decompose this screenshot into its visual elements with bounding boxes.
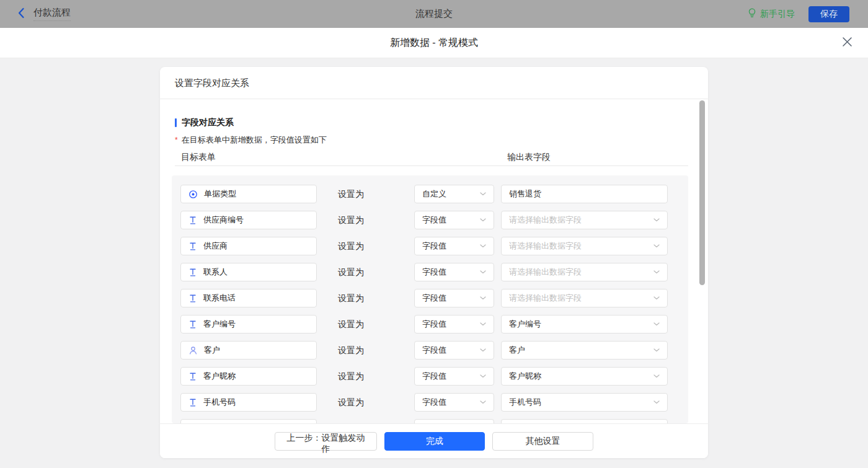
- section-note: * 在目标表单中新增数据，字段值设置如下: [175, 135, 327, 146]
- mode-select[interactable]: 字段值: [414, 263, 494, 281]
- set-as-label: 设置为: [338, 237, 364, 255]
- target-field[interactable]: 单据类型: [180, 185, 317, 203]
- mode-select-value: 字段值: [422, 214, 446, 226]
- output-value: 客户编号: [509, 319, 541, 330]
- flow-name[interactable]: 付款流程: [33, 7, 71, 21]
- output-select[interactable]: 客户编号: [501, 315, 668, 333]
- back-button[interactable]: [17, 7, 25, 21]
- mode-select[interactable]: 字段值: [414, 237, 494, 255]
- chevron-down-icon: [480, 374, 486, 378]
- set-as-label: 设置为: [338, 341, 364, 360]
- target-field[interactable]: 客户: [180, 341, 317, 360]
- mode-select[interactable]: [414, 419, 494, 423]
- mode-select[interactable]: 字段值: [414, 289, 494, 307]
- mode-select-value: 字段值: [422, 319, 446, 330]
- mapping-row: 手机号码设置为字段值手机号码: [172, 393, 688, 412]
- set-as-label: 设置为: [338, 263, 364, 281]
- output-select[interactable]: 请选择输出数据字段: [501, 289, 668, 307]
- output-select[interactable]: 请选择输出数据字段: [501, 263, 668, 281]
- target-field[interactable]: 供应商: [180, 237, 317, 255]
- card-header: 设置字段对应关系: [160, 67, 708, 99]
- mapping-row: 供应商设置为字段值请选择输出数据字段: [172, 237, 688, 255]
- done-button[interactable]: 完成: [384, 432, 485, 451]
- mapping-row: 客户设置为字段值客户: [172, 341, 688, 360]
- target-field[interactable]: 联系电话: [180, 289, 317, 307]
- set-as-label: 设置为: [338, 289, 364, 307]
- output-select[interactable]: 手机号码: [501, 393, 668, 412]
- output-value: 请选择输出数据字段: [509, 241, 582, 252]
- set-as-label: 设置为: [338, 185, 364, 203]
- back-chevron-icon: [17, 7, 25, 21]
- output-select[interactable]: 客户: [501, 341, 668, 360]
- chevron-down-icon: [653, 218, 660, 222]
- mapping-row: 客户昵称设置为字段值客户昵称: [172, 367, 688, 386]
- mode-select[interactable]: 字段值: [414, 211, 494, 229]
- target-field[interactable]: 手机号码: [180, 393, 317, 412]
- chevron-down-icon: [480, 400, 486, 404]
- output-value: 客户昵称: [509, 371, 541, 382]
- column-output-fields: 输出表字段: [507, 152, 551, 163]
- page-title: 流程提交: [0, 0, 868, 28]
- required-asterisk: *: [175, 136, 178, 144]
- text-icon: [188, 268, 197, 276]
- target-field[interactable]: [180, 419, 317, 423]
- text-icon: [188, 372, 197, 381]
- mode-select-value: 字段值: [422, 293, 446, 304]
- card-footer: 上一步：设置触发动作 完成 其他设置: [160, 423, 708, 458]
- output-select[interactable]: 请选择输出数据字段: [501, 237, 668, 255]
- newbie-guide-link[interactable]: 新手引导: [748, 8, 795, 20]
- output-value: 请选择输出数据字段: [509, 214, 582, 226]
- section-title-label: 字段对应关系: [182, 117, 234, 128]
- close-icon: [842, 37, 852, 49]
- text-icon: [188, 320, 197, 329]
- modal-title: 新增数据 - 常规模式: [390, 37, 478, 50]
- output-select[interactable]: 客户昵称: [501, 367, 668, 386]
- text-icon: [188, 242, 197, 250]
- target-field-label: 联系电话: [203, 293, 236, 304]
- column-headers: 目标表单 输出表字段: [160, 152, 708, 164]
- output-value: 客户: [509, 345, 525, 356]
- section-title: 字段对应关系: [175, 117, 234, 128]
- column-divider: [175, 166, 688, 166]
- scrollbar-thumb[interactable]: [699, 100, 705, 285]
- chevron-down-icon: [480, 244, 486, 248]
- save-button[interactable]: 保存: [808, 6, 849, 22]
- lightbulb-icon: [748, 8, 756, 20]
- chevron-down-icon: [653, 374, 660, 378]
- chevron-down-icon: [653, 296, 660, 300]
- mapping-row: 联系人设置为字段值请选择输出数据字段: [172, 263, 688, 281]
- chevron-down-icon: [653, 348, 660, 352]
- mode-select-value: 字段值: [422, 267, 446, 278]
- close-button[interactable]: [841, 37, 853, 49]
- mode-select[interactable]: 自定义: [414, 185, 494, 203]
- set-as-label: 设置为: [338, 367, 364, 386]
- other-settings-button[interactable]: 其他设置: [492, 432, 593, 451]
- text-icon: [188, 216, 197, 224]
- target-field[interactable]: 供应商编号: [180, 211, 317, 229]
- mapping-row: 设置为: [172, 419, 688, 423]
- target-field-label: 联系人: [203, 267, 228, 278]
- output-value: 销售退货: [509, 188, 541, 200]
- chevron-down-icon: [480, 218, 486, 222]
- mode-select-value: 字段值: [422, 371, 446, 382]
- target-field-label: 单据类型: [204, 188, 236, 200]
- output-select[interactable]: [501, 419, 668, 423]
- mode-select[interactable]: 字段值: [414, 341, 494, 360]
- mode-select[interactable]: 字段值: [414, 315, 494, 333]
- newbie-guide-label: 新手引导: [760, 9, 795, 20]
- mode-select[interactable]: 字段值: [414, 367, 494, 386]
- target-field[interactable]: 客户昵称: [180, 367, 317, 386]
- previous-step-button[interactable]: 上一步：设置触发动作: [275, 432, 377, 451]
- chevron-down-icon: [480, 322, 486, 326]
- output-select[interactable]: 请选择输出数据字段: [501, 211, 668, 229]
- target-field[interactable]: 联系人: [180, 263, 317, 281]
- chevron-down-icon: [653, 400, 660, 404]
- mapping-row: 联系电话设置为字段值请选择输出数据字段: [172, 289, 688, 307]
- mapping-row: 单据类型设置为自定义销售退货: [172, 185, 688, 203]
- mode-select-value: 字段值: [422, 241, 446, 252]
- mode-select[interactable]: 字段值: [414, 393, 494, 412]
- output-value: 请选择输出数据字段: [509, 267, 582, 278]
- output-input[interactable]: 销售退货: [501, 185, 668, 203]
- target-field[interactable]: 客户编号: [180, 315, 317, 333]
- text-icon: [188, 294, 197, 302]
